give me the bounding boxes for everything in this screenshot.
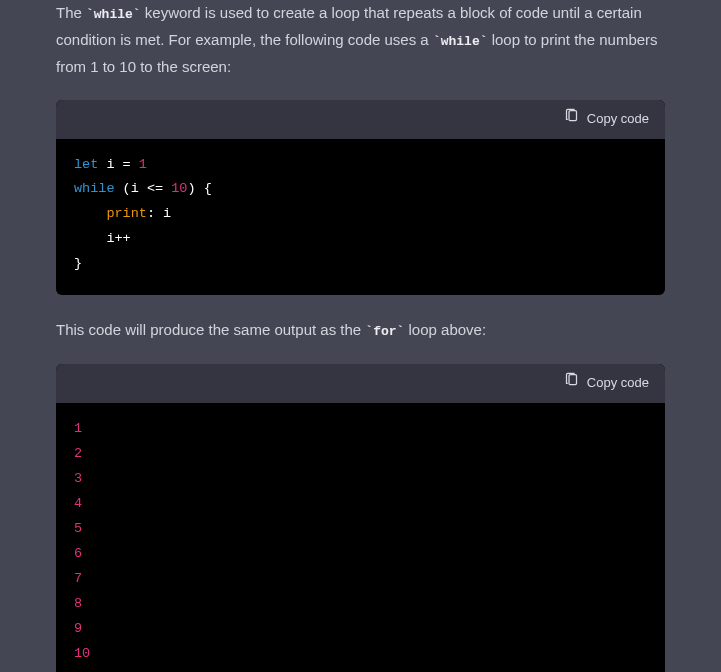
code-token: 1: [139, 157, 147, 172]
output-line: 9: [74, 621, 82, 636]
paragraph-output-intro: This code will produce the same output a…: [56, 317, 665, 344]
svg-rect-0: [569, 110, 577, 120]
code-token: [74, 206, 106, 221]
code-block-output: Copy code 1 2 3 4 5 6 7 8 9 10: [56, 364, 665, 672]
code-body: 1 2 3 4 5 6 7 8 9 10: [56, 403, 665, 672]
code-token: i =: [98, 157, 139, 172]
code-token: print: [106, 206, 147, 221]
code-token: while: [74, 181, 115, 196]
output-line: 2: [74, 446, 82, 461]
output-line: 10: [74, 646, 90, 661]
clipboard-icon: [564, 372, 579, 395]
text: The: [56, 4, 86, 21]
code-token: (i <=: [115, 181, 172, 196]
code-token: [74, 231, 106, 246]
copy-code-label: Copy code: [587, 372, 649, 395]
code-token: i++: [106, 231, 130, 246]
clipboard-icon: [564, 108, 579, 131]
paragraph-while-intro: The `while` keyword is used to create a …: [56, 0, 665, 80]
output-line: 3: [74, 471, 82, 486]
copy-code-button[interactable]: Copy code: [564, 108, 649, 131]
output-line: 5: [74, 521, 82, 536]
output-line: 7: [74, 571, 82, 586]
copy-code-label: Copy code: [587, 108, 649, 131]
inline-code-for: `for`: [365, 324, 404, 339]
inline-code-while: `while`: [86, 7, 141, 22]
code-token: : i: [147, 206, 171, 221]
text: This code will produce the same output a…: [56, 321, 365, 338]
output-line: 4: [74, 496, 82, 511]
code-token: 10: [171, 181, 187, 196]
inline-code-while: `while`: [433, 34, 488, 49]
code-token: let: [74, 157, 98, 172]
output-line: 6: [74, 546, 82, 561]
code-header: Copy code: [56, 364, 665, 403]
code-header: Copy code: [56, 100, 665, 139]
output-line: 8: [74, 596, 82, 611]
code-token: }: [74, 256, 82, 271]
svg-rect-1: [569, 375, 577, 385]
code-block-while-example: Copy code let i = 1 while (i <= 10) { pr…: [56, 100, 665, 296]
text: loop above:: [404, 321, 486, 338]
code-body: let i = 1 while (i <= 10) { print: i i++…: [56, 139, 665, 296]
code-token: ) {: [187, 181, 211, 196]
copy-code-button[interactable]: Copy code: [564, 372, 649, 395]
output-line: 1: [74, 421, 82, 436]
